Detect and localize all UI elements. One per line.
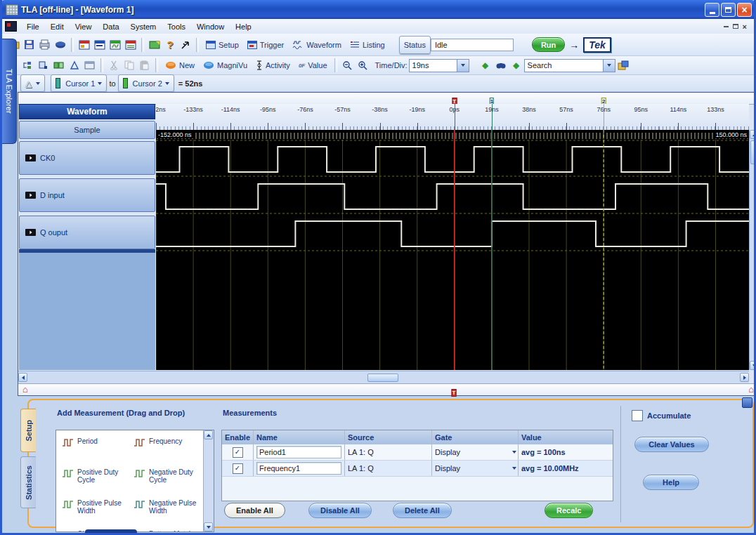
cursor2-selector[interactable]: Cursor 2	[118, 74, 174, 92]
restore-button[interactable]	[721, 3, 736, 17]
document-icon[interactable]	[5, 21, 17, 32]
delete-all-button[interactable]: Delete All	[393, 503, 452, 518]
recalc-button[interactable]: Recalc	[545, 503, 593, 518]
column-header-source[interactable]: Source	[345, 430, 432, 444]
trigger-button[interactable]: Trigger	[243, 39, 288, 51]
measurement-item-period[interactable]: Period	[62, 437, 132, 447]
waveform-canvas[interactable]: -152.000 ns 150.000 ns	[156, 130, 749, 370]
help-icon[interactable]: ?	[163, 39, 177, 51]
setup-button[interactable]: Setup	[202, 39, 243, 51]
sample-row-label[interactable]: Sample	[19, 121, 155, 139]
bottom-tab-fragment[interactable]	[85, 529, 137, 535]
lower-trigger-marker[interactable]: T	[452, 385, 457, 397]
time-ruler[interactable]: -152ns-133ns-114ns-95ns-76ns-57ns-38ns-1…	[156, 104, 749, 131]
listing-window-icon[interactable]	[124, 39, 138, 51]
timediv-combobox[interactable]: 19ns	[409, 59, 469, 72]
tla-explorer-tab[interactable]: TLA Explorer	[2, 39, 17, 144]
waveform-window-icon[interactable]	[108, 39, 122, 51]
magnivu-button[interactable]: MagniVu	[199, 60, 252, 71]
system-properties-icon[interactable]	[37, 59, 51, 72]
signal-label-q-ouput[interactable]: Q ouput	[19, 216, 155, 249]
status-button[interactable]: Status	[399, 36, 431, 54]
run-system-icon[interactable]	[178, 39, 193, 51]
delta-measurement-button[interactable]: △	[20, 74, 45, 92]
measurement-name-field[interactable]: Frequency1	[256, 462, 341, 475]
search-dropdown-button[interactable]	[603, 60, 615, 72]
scroll-down-button[interactable]	[750, 361, 756, 370]
menu-item-tools[interactable]: Tools	[162, 20, 191, 33]
panel-corner-button[interactable]	[742, 397, 752, 408]
print-icon[interactable]	[38, 39, 52, 51]
enable-all-button[interactable]: Enable All	[224, 503, 285, 518]
menu-item-help[interactable]: Help	[230, 20, 257, 33]
chevron-down-icon[interactable]	[512, 467, 516, 470]
repetitive-run-icon[interactable]	[52, 59, 66, 72]
trigger-home-left-icon[interactable]: ⌂	[22, 384, 28, 395]
tla-explorer-toggle-icon[interactable]	[21, 59, 35, 72]
next-match-icon[interactable]: ◆	[509, 59, 523, 72]
timediv-dropdown-button[interactable]	[457, 60, 469, 72]
palette-scroll-up-button[interactable]	[204, 430, 213, 440]
signal-label-ck0[interactable]: CK0	[19, 141, 155, 175]
measurement-item-negative-duty-cycle[interactable]: Negative Duty Cycle	[133, 468, 204, 484]
lower-marker-strip[interactable]: ⌂ T ⌂	[18, 383, 756, 395]
vertical-scroll-thumb[interactable]	[750, 140, 756, 164]
disable-all-button[interactable]: Disable All	[308, 503, 372, 518]
trigger-window-icon[interactable]	[93, 39, 107, 51]
measurement-item-negative-pulse-width[interactable]: Negative Pulse Width	[133, 499, 204, 515]
waveform-button[interactable]: Waveform	[288, 39, 346, 51]
measurement-item-positive-pulse-width[interactable]: Positive Pulse Width	[62, 499, 132, 515]
close-button[interactable]: ×	[737, 3, 752, 17]
window-properties-icon[interactable]	[83, 59, 97, 72]
signal-expand-icon[interactable]	[25, 229, 36, 236]
enable-checkbox[interactable]: ✓	[233, 447, 243, 458]
column-header-enable[interactable]: Enable	[222, 430, 254, 444]
menu-item-edit[interactable]: Edit	[45, 20, 70, 33]
mdi-close-icon[interactable]: ×	[743, 23, 747, 30]
zoom-out-icon[interactable]	[341, 59, 355, 72]
menu-item-window[interactable]: Window	[191, 20, 230, 33]
measurement-palette[interactable]: Pattern MatchChannel to Channel DelayNeg…	[56, 430, 214, 532]
setup-window-icon[interactable]	[77, 39, 91, 51]
horizontal-scroll-thumb[interactable]	[367, 374, 398, 382]
zoom-in-icon[interactable]	[356, 59, 370, 72]
menu-item-file[interactable]: File	[21, 20, 45, 33]
scroll-left-button[interactable]	[18, 373, 27, 382]
run-button[interactable]: Run	[532, 37, 565, 52]
signal-expand-icon[interactable]	[25, 154, 36, 161]
horizontal-scrollbar[interactable]	[18, 371, 749, 383]
menu-item-view[interactable]: View	[70, 20, 98, 33]
palette-scroll-down-button[interactable]	[204, 522, 213, 531]
chevron-down-icon[interactable]	[512, 451, 516, 454]
tab-setup[interactable]: Setup	[20, 409, 36, 452]
minimize-button[interactable]	[705, 3, 719, 17]
tab-statistics[interactable]: Statistics	[20, 456, 36, 508]
help-button[interactable]: Help	[643, 475, 699, 490]
mdi-restore-icon[interactable]	[733, 24, 738, 29]
cursor1-selector[interactable]: Cursor 1	[51, 74, 107, 92]
menu-item-data[interactable]: Data	[97, 20, 124, 33]
column-header-name[interactable]: Name	[254, 430, 345, 444]
enable-checkbox[interactable]: ✓	[233, 463, 243, 474]
palette-scrollbar[interactable]	[203, 430, 214, 531]
column-header-gate[interactable]: Gate	[432, 430, 519, 444]
vertical-scrollbar[interactable]	[749, 130, 756, 370]
delta-time-icon[interactable]	[67, 59, 82, 72]
export-icon[interactable]	[53, 39, 67, 51]
system-monitor-icon[interactable]	[148, 39, 162, 51]
trigger-home-right-icon[interactable]: ⌂	[748, 384, 754, 395]
marker-strip[interactable]: T12	[18, 93, 756, 105]
listing-button[interactable]: Listing	[346, 39, 389, 51]
clear-values-button[interactable]: Clear Values	[634, 437, 709, 452]
source-cell[interactable]: LA 1: Q	[345, 461, 432, 476]
search-combobox[interactable]: Search	[524, 59, 615, 72]
accumulate-checkbox[interactable]	[632, 410, 643, 421]
measurement-item-positive-duty-cycle[interactable]: Positive Duty Cycle	[62, 468, 132, 484]
gate-dropdown[interactable]: Display	[432, 444, 519, 460]
signal-expand-icon[interactable]	[25, 192, 36, 199]
activity-button[interactable]: Activity	[252, 59, 294, 72]
measurement-name-field[interactable]: Period1	[256, 446, 341, 458]
gate-dropdown[interactable]: Display	[432, 461, 519, 476]
previous-match-icon[interactable]: ◆	[478, 59, 493, 72]
measurement-item-frequency[interactable]: Frequency	[133, 437, 204, 447]
